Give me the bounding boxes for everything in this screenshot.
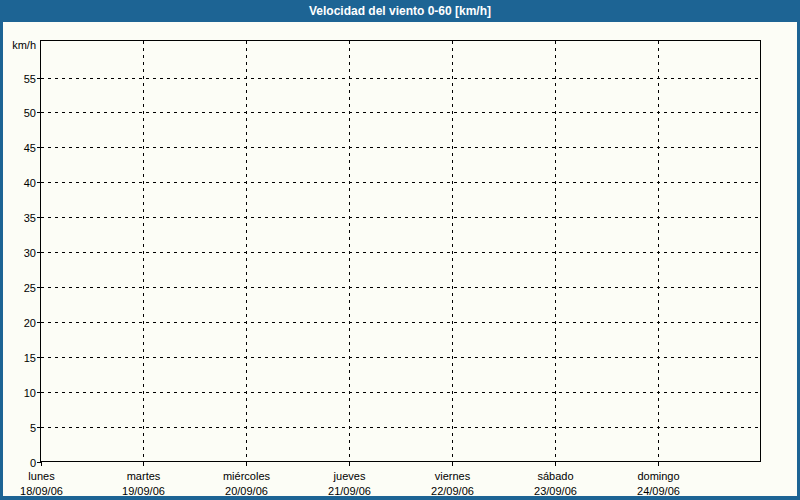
date-label: 21/09/06 — [328, 485, 371, 497]
y-tick-label: 15 — [24, 352, 36, 364]
day-label: sábado — [537, 470, 573, 482]
y-tick-label: 5 — [30, 422, 36, 434]
chart-title-bar: Velocidad del viento 0-60 [km/h] — [0, 0, 800, 22]
date-label: 24/09/06 — [637, 485, 680, 497]
y-tick-label: 35 — [24, 212, 36, 224]
date-label: 20/09/06 — [225, 485, 268, 497]
window-border-bottom — [0, 496, 800, 500]
y-tick-label: 50 — [24, 107, 36, 119]
window-border-left — [0, 22, 3, 500]
y-tick-label: 45 — [24, 142, 36, 154]
wind-speed-chart: km/h0510152025303540455055lunes18/09/06m… — [0, 22, 800, 500]
day-label: domingo — [637, 470, 679, 482]
y-tick-label: 55 — [24, 73, 36, 85]
chart-title: Velocidad del viento 0-60 [km/h] — [309, 4, 491, 18]
y-tick-label: 20 — [24, 317, 36, 329]
day-label: jueves — [333, 470, 366, 482]
y-tick-label: 30 — [24, 247, 36, 259]
date-label: 22/09/06 — [431, 485, 474, 497]
y-axis-unit-label: km/h — [12, 39, 36, 51]
day-label: martes — [127, 470, 161, 482]
date-label: 19/09/06 — [122, 485, 165, 497]
wind-speed-chart-window: Velocidad del viento 0-60 [km/h] km/h051… — [0, 0, 800, 500]
day-label: miércoles — [223, 470, 271, 482]
y-tick-label: 40 — [24, 177, 36, 189]
y-tick-label: 0 — [30, 457, 36, 469]
date-label: 23/09/06 — [534, 485, 577, 497]
day-label: viernes — [435, 470, 471, 482]
y-tick-label: 25 — [24, 282, 36, 294]
date-label: 18/09/06 — [20, 485, 63, 497]
y-tick-label: 10 — [24, 387, 36, 399]
plot-frame — [41, 41, 761, 462]
day-label: lunes — [28, 470, 55, 482]
